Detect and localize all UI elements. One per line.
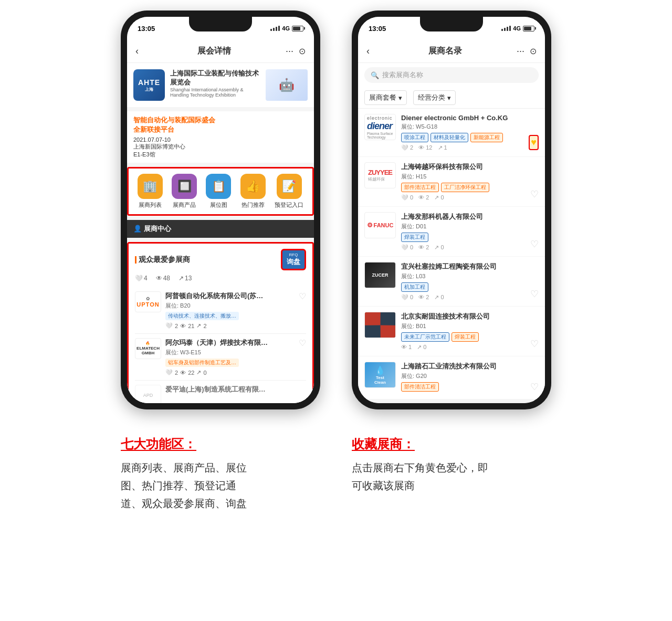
time-right: 13:05 xyxy=(369,25,386,33)
favorite-heart-1[interactable]: ♡ xyxy=(299,338,306,348)
status-icons-left: 4G xyxy=(270,25,303,31)
expo-sub-title: 智能自动化与装配国际盛会 全新联接平台 xyxy=(133,115,308,134)
dir-tag-1-0: 部件清洁工程 xyxy=(401,183,439,192)
eye-stat-4: 👁 1 xyxy=(401,344,412,351)
exhibitor-item-2[interactable]: APD 爱平迪(上海)制造系统工程有限… xyxy=(135,381,306,403)
dir-tags-5: 部件清洁工程 xyxy=(401,382,539,392)
exhibitor-details-2: 爱平迪(上海)制造系统工程有限… xyxy=(165,385,306,395)
diener-logo: electronic diener Plasma Surface Technol… xyxy=(365,114,395,140)
share-stat-2: ↗ 0 xyxy=(434,244,444,251)
more-button-left[interactable]: ··· xyxy=(286,46,293,57)
share-stat-0: ↗ 1 xyxy=(438,144,447,151)
dir-tag-0-0: 喷涂工程 xyxy=(401,133,428,142)
target-button-right[interactable]: ⊙ xyxy=(530,46,537,56)
dir-item-1[interactable]: ZUYYEE 铸越环保 上海铸越环保科技有限公司 展位: H15 部件清洁工程 … xyxy=(358,157,545,206)
bottom-text-left: 展商列表、展商产品、展位 图、热门推荐、预登记通 道、观众最爱参展商、询盘 xyxy=(121,459,320,512)
dir-item-3[interactable]: ZUCER 宜兴杜塞拉姆工程陶瓷有限公司 展位: L03 机加工程 🤍 0 👁 … xyxy=(358,257,545,306)
dir-stats-4: 👁 1 ↗ 0 xyxy=(401,344,539,351)
bottom-text-right: 点击展商右下角黄色爱心，即 可收藏该展商 xyxy=(352,459,551,494)
dir-item-2[interactable]: ⚙ FANUC 上海发那科机器人有限公司 展位: D01 焊装工程 🤍 0 👁 … xyxy=(358,207,545,256)
network-left: 4G xyxy=(282,25,290,31)
func-hot-recommend[interactable]: 👍 热门推荐 xyxy=(240,174,266,209)
shares-0: 2 xyxy=(203,323,206,329)
exhibitor-logo-2: APD xyxy=(135,385,161,403)
dir-name-0: Diener electronic GmbH + Co.KG xyxy=(401,114,539,122)
favorite-heart-dir-0[interactable]: ♥ xyxy=(529,135,539,150)
exhibitor-list-icon: 🏢 xyxy=(138,174,163,199)
dir-name-4: 北京实耐固连接技术有限公司 xyxy=(401,312,539,321)
favorite-heart-dir-2[interactable]: ♡ xyxy=(530,238,539,250)
func-preregister[interactable]: 📝 预登记入口 xyxy=(275,174,303,209)
favorite-heart-0[interactable]: ♡ xyxy=(299,291,306,301)
heart-stat-1: 🤍 0 xyxy=(401,194,413,201)
dir-item-5[interactable]: 💧 Test Clean 上海踏石工业清洗技术有限公司 展位: G20 部件清洁… xyxy=(358,356,545,399)
hot-recommend-icon: 👍 xyxy=(240,174,266,199)
eye-icon-stat: 👁 xyxy=(156,275,162,282)
exhibitor-actions-1: 🤍 2 👁 22 ↗ 0 xyxy=(165,369,295,376)
back-button-left[interactable]: ‹ xyxy=(135,46,139,57)
booth-map-icon: 📋 xyxy=(206,174,231,199)
exhibitor-item-0[interactable]: ✿ UPTON 阿普顿自动化系统有限公司(苏… 展位: B20 传动技术、连接技… xyxy=(135,287,306,334)
dir-name-2: 上海发那科机器人有限公司 xyxy=(401,212,539,222)
exhibitor-details-0: 阿普顿自动化系统有限公司(苏… 展位: B20 传动技术、连接技术、搬放… 🤍 … xyxy=(165,291,295,329)
rfq-badge[interactable]: RFQ 询盘 xyxy=(281,249,306,270)
dir-item-0[interactable]: electronic diener Plasma Surface Technol… xyxy=(358,109,545,156)
expo-info: 上海国际工业装配与传输技术展览会 Shanghai International … xyxy=(170,69,260,101)
expo-title-cn: 上海国际工业装配与传输技术展览会 xyxy=(170,69,260,87)
exhibitor-products-icon: 🔲 xyxy=(172,174,197,199)
favorite-heart-dir-5[interactable]: ♡ xyxy=(530,381,539,393)
filter-category[interactable]: 经营分类 ▾ xyxy=(413,90,456,105)
favorite-heart-dir-1[interactable]: ♡ xyxy=(530,188,539,200)
dir-name-5: 上海踏石工业清洗技术有限公司 xyxy=(401,362,539,371)
func-exhibitor-products[interactable]: 🔲 展商产品 xyxy=(172,174,197,209)
func-label-0: 展商列表 xyxy=(139,201,162,209)
target-button-left[interactable]: ⊙ xyxy=(299,46,306,56)
dir-info-0: Diener electronic GmbH + Co.KG 展位: W5-G1… xyxy=(401,114,539,151)
like-icon-0: 🤍 xyxy=(165,322,173,329)
func-booth-map[interactable]: 📋 展位图 xyxy=(206,174,231,209)
dir-tags-1: 部件清洁工程 工厂洁净环保工程 xyxy=(401,183,539,192)
dir-booth-0: 展位: W5-G18 xyxy=(401,123,539,131)
dir-tags-3: 机加工程 xyxy=(401,282,539,292)
search-placeholder: 搜索展商名称 xyxy=(382,70,423,80)
expo-logo: AHTE 上海 xyxy=(133,69,165,101)
battery-right xyxy=(523,26,534,31)
left-phone: 13:05 4G ‹ 展会详情 · xyxy=(121,10,320,409)
exhibitor-booth-0: 展位: B20 xyxy=(165,302,295,310)
upton-logo: ✿ UPTON xyxy=(136,296,159,308)
search-icon: 🔍 xyxy=(371,71,379,79)
search-box[interactable]: 🔍 搜索展商名称 xyxy=(364,67,539,83)
stat-views: 👁 48 xyxy=(156,275,170,282)
share-icon-stat: ↗ xyxy=(178,275,184,282)
dir-stats-1: 🤍 0 👁 2 ↗ 0 xyxy=(401,194,539,201)
signal-icon-right xyxy=(501,26,511,31)
dir-stats-3: 🤍 0 👁 2 ↗ 0 xyxy=(401,294,539,301)
stat-row: 🤍 4 👁 48 ↗ 13 xyxy=(135,275,306,282)
favorite-heart-dir-4[interactable]: ♡ xyxy=(530,338,539,350)
dir-item-4[interactable]: 北京实耐固连接技术有限公司 展位: B01 未来工厂示范工程 焊装工程 👁 1 … xyxy=(358,307,545,356)
bottom-col-right: 收藏展商： 点击展商右下角黄色爱心，即 可收藏该展商 xyxy=(352,436,551,512)
dir-tag-0-1: 材料及轻量化 xyxy=(430,133,468,142)
filter-package[interactable]: 展商套餐 ▾ xyxy=(364,90,407,105)
battery-left xyxy=(292,26,303,31)
shares-1: 0 xyxy=(203,370,206,376)
exhibitor-item-1[interactable]: 🔥 ELMATECHGMBH 阿尔玛泰（天津）焊接技术有限… 展位: W3-E1… xyxy=(135,334,306,381)
func-exhibitor-list[interactable]: 🏢 展商列表 xyxy=(138,174,163,209)
dir-info-5: 上海踏石工业清洗技术有限公司 展位: G20 部件清洁工程 xyxy=(401,362,539,394)
dir-logo-5: 💧 Test Clean xyxy=(364,362,396,388)
stat-hearts: 🤍 4 xyxy=(135,275,148,282)
dir-info-2: 上海发那科机器人有限公司 展位: D01 焊装工程 🤍 0 👁 2 ↗ 0 xyxy=(401,212,539,251)
func-label-1: 展商产品 xyxy=(173,201,196,209)
dir-booth-4: 展位: B01 xyxy=(401,322,539,330)
right-phone: 13:05 4G ‹ 展商名录 · xyxy=(352,10,551,409)
more-button-right[interactable]: ··· xyxy=(517,46,524,57)
dir-info-4: 北京实耐固连接技术有限公司 展位: B01 未来工厂示范工程 焊装工程 👁 1 … xyxy=(401,312,539,351)
dir-booth-3: 展位: L03 xyxy=(401,272,539,280)
eye-icon-0: 👁 xyxy=(180,323,186,329)
favorite-heart-dir-3[interactable]: ♡ xyxy=(530,288,539,300)
back-button-right[interactable]: ‹ xyxy=(366,46,370,57)
chevron-down-icon-2: ▾ xyxy=(447,94,451,102)
dir-tag-4-1: 焊装工程 xyxy=(452,332,479,342)
dir-tags-2: 焊装工程 xyxy=(401,233,539,242)
expo-venue: 上海新国际博览中心 xyxy=(133,143,185,150)
